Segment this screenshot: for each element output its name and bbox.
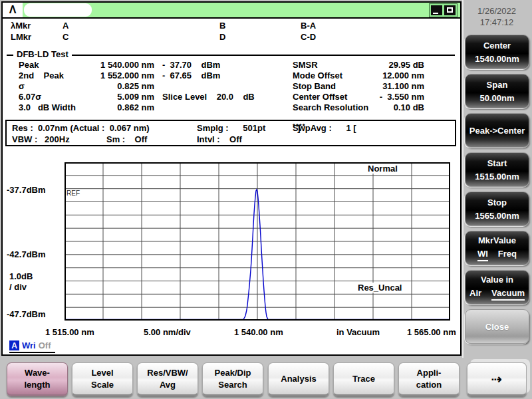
value-in-softkey[interactable]: Value in Air Vacuum	[465, 270, 529, 305]
y-axis-scale-value: 1.0dB	[9, 271, 33, 281]
sweep-average-suffix: ]	[293, 123, 301, 133]
interval-setting: Intvl : Off	[197, 134, 242, 144]
smsr-label: SMSR	[293, 60, 318, 70]
osa-screen: { "titlebar": { "logo": "Λ" }, "clock": …	[0, 0, 532, 399]
clock: 1/26/2022 17:47:12	[464, 5, 529, 28]
minimize-button[interactable]	[431, 5, 442, 15]
start-softkey-label: Start	[487, 158, 507, 168]
next-page-arrow-icon: ⇢	[491, 373, 503, 385]
spectrum-chart-canvas	[65, 162, 450, 321]
tab-wavelength[interactable]: Wave- length	[7, 362, 68, 396]
peak-to-center-label: Peak->Center	[469, 126, 525, 136]
sigma-label: σ	[19, 81, 25, 91]
smoothing-setting: Sm : Off	[106, 134, 147, 144]
marker-a-label: A	[63, 21, 68, 31]
x-axis-start-wavelength: 1 515.00 nm	[45, 327, 94, 337]
window-titlebar: Λ	[3, 3, 460, 19]
tab-analysis[interactable]: Analysis	[268, 362, 329, 396]
value-in-label: Value in	[481, 275, 513, 285]
close-softkey-label: Close	[485, 322, 509, 332]
y-axis-bottom-level: -47.7dBm	[7, 309, 46, 319]
clock-time: 17:47:12	[464, 17, 529, 28]
stop-softkey[interactable]: Stop 1565.00nm	[465, 192, 529, 226]
close-softkey[interactable]: Close	[465, 309, 529, 344]
six-sigma-label: 6.07σ	[19, 92, 41, 102]
db-width-value: 0.862 nm	[80, 102, 154, 112]
tab-trace-label: Trace	[352, 373, 375, 385]
tab-res-vbw-avg-line1: Res/VBW/	[147, 367, 188, 379]
tab-wavelength-line1: Wave-	[25, 367, 50, 379]
measurement-row: Stop Band 31.100 nm	[293, 81, 432, 91]
maximize-button[interactable]	[444, 5, 456, 15]
trace-status: A Wri Off	[9, 340, 55, 353]
marker-value-softkey[interactable]: MkrValue Wl Freq	[465, 231, 529, 265]
titlebar-label-area	[24, 3, 92, 17]
measurement-row: 6.07σ 5.009 nm Slice Level 20.0 dB	[19, 92, 285, 102]
chart-gridlines	[65, 162, 450, 321]
x-axis-scale-per-div: 5.00 nm/div	[144, 327, 191, 337]
peak-to-center-softkey[interactable]: Peak->Center	[465, 113, 529, 148]
y-axis-ref-level: -37.7dBm	[7, 185, 46, 195]
brand-logo-glyph: Λ	[9, 4, 17, 16]
peak-wavelength-value: 1 540.000 nm	[80, 60, 154, 70]
measurement-row: SMSR 29.95 dB	[293, 60, 432, 70]
measurement-row: Search Resolution 0.10 dB	[293, 102, 432, 112]
start-softkey[interactable]: Start 1515.00nm	[465, 152, 529, 187]
marker-b-label: B	[219, 21, 225, 31]
tab-application[interactable]: Appli- cation	[398, 362, 460, 396]
wavelength-marker-label: λMkr	[11, 21, 31, 31]
main-display-panel: Λ λMkr A B B-A LMkr C D C-D DFB-LD Test …	[1, 1, 462, 356]
sampling-setting: Smplg : 501pt	[197, 123, 265, 133]
db-width-label: 3.0 dB Width	[19, 102, 76, 112]
tab-peak-dip-search[interactable]: Peak/Dip Search	[202, 362, 263, 396]
smsr-value: 29.95 dB	[322, 60, 424, 70]
measurement-row: Peak 1 540.000 nm - 37.70 dBm	[19, 60, 285, 70]
trace-state: Off	[39, 340, 51, 350]
analysis-group-rule	[7, 55, 455, 56]
trace-a-badge: A	[9, 340, 19, 350]
x-axis-medium-label: in Vacuum	[336, 327, 380, 337]
window-controls	[429, 3, 458, 17]
tab-analysis-label: Analysis	[281, 373, 316, 385]
peak-label: Peak	[19, 60, 39, 70]
tab-application-line2: cation	[416, 379, 442, 391]
measurement-row: Center Offset - 3.550 nm	[293, 92, 432, 102]
y-axis-scale-unit: / div	[9, 282, 27, 292]
tab-peak-dip-search-line1: Peak/Dip	[215, 367, 251, 379]
tab-wavelength-line2: length	[25, 379, 51, 391]
span-softkey-value: 50.00nm	[479, 93, 514, 103]
marker-value-frequency-option[interactable]: Freq	[498, 249, 517, 261]
center-softkey-value: 1540.00nm	[475, 54, 519, 64]
value-in-vacuum-option[interactable]: Vacuum	[491, 288, 525, 301]
ref-line-label: REF	[66, 190, 80, 197]
x-axis-stop-wavelength: 1 565.00 nm	[407, 327, 456, 337]
marker-value-wavelength-option[interactable]: Wl	[477, 249, 488, 261]
tab-res-vbw-avg-line2: Avg	[160, 379, 176, 391]
tab-level-scale[interactable]: Level Scale	[72, 362, 133, 396]
center-offset-value: - 3.550 nm	[322, 92, 424, 102]
marker-ba-label: B-A	[301, 21, 316, 31]
span-softkey[interactable]: Span 50.00nm	[465, 74, 529, 108]
marker-c-label: C	[63, 32, 68, 42]
center-softkey[interactable]: Center 1540.00nm	[465, 35, 529, 69]
analysis-group-title: DFB-LD Test	[13, 49, 72, 59]
tab-trace[interactable]: Trace	[333, 362, 394, 396]
trace-write-mode: Wri	[22, 340, 36, 350]
level-marker-label: LMkr	[11, 32, 31, 42]
value-in-air-option[interactable]: Air	[469, 288, 481, 301]
peak-level-value: - 37.70 dBm	[162, 60, 220, 70]
tab-peak-dip-search-line2: Search	[218, 379, 247, 391]
y-axis-mid-level: -42.7dBm	[7, 249, 46, 259]
measurement-row: σ 0.825 nm	[19, 81, 285, 91]
sweep-settings-box: Res : 0.07nm (Actual : 0.067 nm) Smplg :…	[5, 120, 456, 146]
res-uncal-badge: Res_Uncal	[356, 283, 404, 293]
slice-level-value: Slice Level 20.0 dB	[162, 92, 255, 102]
tab-res-vbw-avg[interactable]: Res/VBW/ Avg	[137, 362, 198, 396]
vbw-setting: VBW : 200Hz	[12, 134, 70, 144]
display-mode-label: Normal	[366, 164, 400, 174]
more-menus-button[interactable]: ⇢	[467, 362, 527, 396]
sigma-value: 0.825 nm	[80, 81, 154, 91]
six-sigma-value: 5.009 nm	[80, 92, 154, 102]
brand-logo: Λ	[3, 3, 23, 17]
marker-cd-label: C-D	[301, 32, 316, 42]
